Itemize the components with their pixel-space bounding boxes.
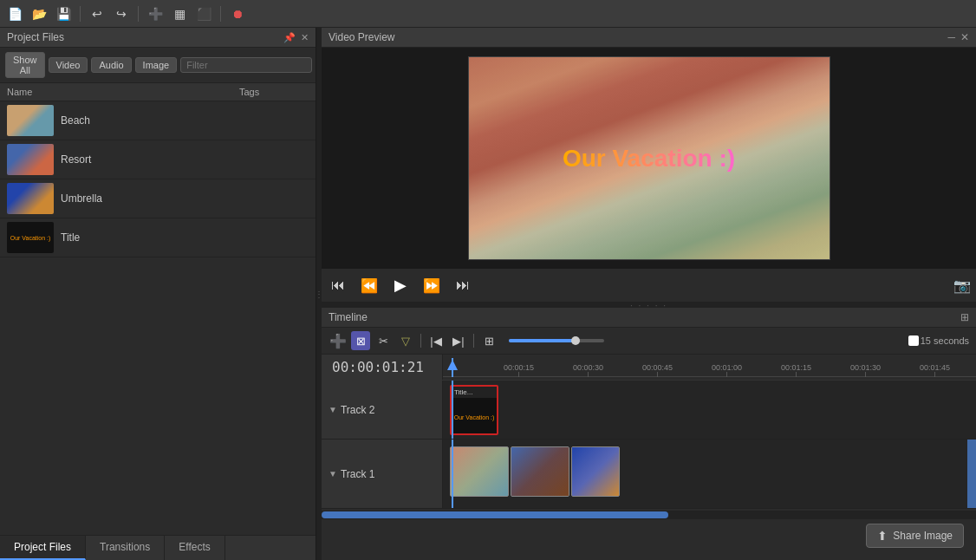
file-thumb-title: Our Vacation :): [7, 222, 54, 253]
record-button[interactable]: ⏺: [228, 4, 247, 23]
timeline-cut-btn[interactable]: ✂: [374, 331, 393, 350]
rewind-button[interactable]: ⏪: [358, 274, 381, 296]
file-name-resort: Resort: [61, 153, 309, 166]
video-text: Our Vacation :): [563, 145, 735, 173]
ruler-label-3: 00:01:00: [712, 363, 742, 372]
ruler-tick-2: [657, 372, 658, 377]
ruler-tick-6: [934, 372, 935, 377]
ruler-mark-2: 00:00:45: [642, 363, 673, 377]
title-thumb-text: Our Vacation :): [10, 235, 51, 241]
ruler-mark-3: 00:01:00: [712, 363, 742, 377]
file-item-resort[interactable]: Resort: [0, 140, 316, 179]
ruler: 00:00:15 00:00:30 00:00:45 00:01:00: [443, 358, 976, 377]
video-preview-area: Our Vacation :): [322, 48, 976, 269]
share-label: Share Image: [893, 530, 953, 542]
undo-button[interactable]: ↩: [88, 4, 107, 23]
share-icon: ⬆: [877, 529, 888, 543]
zoom-checkbox[interactable]: [908, 335, 919, 346]
timeline-snap-btn[interactable]: ⊠: [351, 331, 370, 350]
timeline-add-btn[interactable]: ➕: [329, 331, 348, 350]
save-button[interactable]: 💾: [54, 4, 73, 23]
separator: [220, 6, 221, 22]
panel-pin-icon[interactable]: 📌: [283, 32, 296, 43]
filter-input[interactable]: [180, 57, 312, 73]
clip-road[interactable]: [511, 446, 569, 497]
track-2-label: ▼ Track 2: [322, 381, 443, 439]
screenshot-btn[interactable]: 📷: [953, 277, 971, 294]
ruler-label-1: 00:00:30: [573, 363, 603, 372]
skip-end-button[interactable]: ⏭: [452, 274, 474, 296]
track-2-content: Title... Our Vacation :): [443, 381, 976, 439]
tab-project-files[interactable]: Project Files: [0, 536, 86, 560]
share-image-button[interactable]: ⬆ Share Image: [866, 524, 964, 548]
playback-controls: ⏮ ⏪ ▶ ⏩ ⏭ 📷: [322, 269, 976, 303]
video-preview-header: Video Preview ─ ✕: [322, 28, 976, 48]
zoom-fill: [509, 339, 576, 342]
timeline-header-icon[interactable]: ⊞: [960, 311, 969, 323]
clip-resort[interactable]: [571, 446, 620, 497]
file-name-umbrella: Umbrella: [61, 192, 309, 205]
timeline-area: Timeline ⊞ ➕ ⊠ ✂ ▽ |◀ ▶| ⊞: [322, 308, 976, 560]
file-item-beach[interactable]: Beach: [0, 101, 316, 140]
track-1-label: ▼ Track 1: [322, 440, 443, 508]
timeline-grid-btn[interactable]: ⊞: [479, 331, 498, 350]
preview-minimize-icon[interactable]: ─: [947, 31, 955, 43]
open-button[interactable]: 📂: [29, 4, 49, 23]
add-media-button[interactable]: ➕: [146, 4, 165, 23]
track-1-right-indicator: [967, 440, 976, 508]
titles-button[interactable]: ▦: [170, 4, 189, 23]
filter-video[interactable]: Video: [49, 57, 88, 73]
timeline-jump-start-btn[interactable]: |◀: [426, 331, 446, 350]
file-item-umbrella[interactable]: Umbrella: [0, 179, 316, 218]
filter-bar: Show All Video Audio Image ✕: [0, 48, 316, 83]
track-2-toggle[interactable]: ▼: [329, 405, 337, 414]
new-button[interactable]: 📄: [5, 4, 24, 23]
fast-forward-button[interactable]: ⏩: [420, 274, 443, 296]
clip-beach[interactable]: [450, 446, 509, 497]
clip-beach-bg: [451, 447, 508, 496]
zoom-thumb[interactable]: [571, 336, 580, 345]
skip-start-button[interactable]: ⏮: [327, 274, 349, 296]
separator: [80, 6, 81, 22]
file-thumb-beach: [7, 105, 54, 136]
h-scrollbar-thumb[interactable]: [322, 511, 668, 518]
timeline-toolbar: ➕ ⊠ ✂ ▽ |◀ ▶| ⊞ 15 seconds: [322, 328, 976, 355]
play-button[interactable]: ▶: [389, 274, 412, 296]
preview-close-icon[interactable]: ✕: [960, 31, 969, 43]
tl-sep2: [473, 334, 474, 348]
ruler-tick-0: [518, 372, 519, 377]
right-area: Video Preview ─ ✕ Our Vacation :): [322, 28, 976, 560]
track-1-name: Track 1: [341, 468, 375, 480]
timeline-jump-end-btn[interactable]: ▶|: [449, 331, 468, 350]
track-2-name: Track 2: [341, 404, 375, 416]
panel-header-icons: 📌 ✕: [283, 32, 309, 43]
clip-resort-bg: [572, 447, 619, 496]
file-thumb-resort: [7, 144, 54, 175]
video-preview-panel: Video Preview ─ ✕ Our Vacation :): [322, 28, 976, 303]
timeline-track-1-row: ▼ Track 1: [322, 440, 976, 509]
track-1-toggle[interactable]: ▼: [329, 469, 337, 479]
file-list: Beach Resort Umbrella Our Vacation :) Ti…: [0, 101, 316, 535]
video-frame: Our Vacation :): [468, 56, 830, 260]
h-scrollbar: [322, 511, 976, 519]
redo-button[interactable]: ↪: [112, 4, 131, 23]
file-name-beach: Beach: [61, 114, 309, 127]
ruler-tick-3: [726, 372, 727, 377]
export-button[interactable]: ⬛: [194, 4, 213, 23]
file-thumb-umbrella: [7, 183, 54, 214]
tab-effects[interactable]: Effects: [165, 536, 224, 560]
clip-title-thumb: Our Vacation :): [452, 398, 497, 435]
left-panel-header: Project Files 📌 ✕: [0, 28, 316, 48]
tab-transitions[interactable]: Transitions: [86, 536, 165, 560]
file-item-title[interactable]: Our Vacation :) Title: [0, 218, 316, 257]
filter-image[interactable]: Image: [135, 57, 178, 73]
timeline-filter-btn[interactable]: ▽: [396, 331, 415, 350]
left-panel: Project Files 📌 ✕ Show All Video Audio I…: [0, 28, 316, 560]
zoom-slider: [509, 339, 898, 342]
ruler-mark-1: 00:00:30: [573, 363, 603, 377]
clip-title[interactable]: Title... Our Vacation :): [450, 385, 498, 435]
panel-close-icon[interactable]: ✕: [301, 32, 309, 43]
filter-audio[interactable]: Audio: [91, 57, 131, 73]
zoom-track[interactable]: [509, 339, 604, 342]
filter-show-all[interactable]: Show All: [5, 52, 45, 78]
